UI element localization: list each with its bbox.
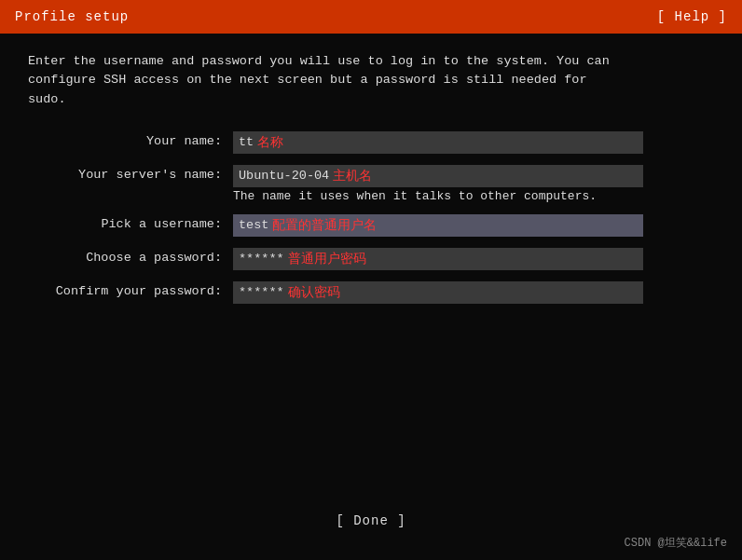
your-name-value: tt <box>233 132 254 152</box>
server-name-value: Ubuntu-20-04 <box>233 166 329 185</box>
confirm-password-annotation: 确认密码 <box>284 281 346 304</box>
username-annotation: 配置的普通用户名 <box>268 214 382 237</box>
bottom-bar: [ Done ] <box>0 510 742 532</box>
server-name-row: Your server's name: Ubuntu-20-04 主机名 The… <box>28 165 714 203</box>
username-value: test <box>233 215 268 235</box>
description-text: Enter the username and password you will… <box>28 52 714 109</box>
username-field-wrapper: test 配置的普通用户名 <box>233 214 714 237</box>
server-name-input-container[interactable]: Ubuntu-20-04 主机名 <box>233 165 643 187</box>
confirm-password-input-container[interactable]: ****** 确认密码 <box>233 281 643 304</box>
your-name-annotation: 名称 <box>254 131 289 154</box>
username-label: Pick a username: <box>28 214 233 231</box>
password-row: Choose a password: ****** 普通用户密码 <box>28 248 714 270</box>
profile-form: Your name: tt 名称 Your server's name: Ubu… <box>28 131 714 313</box>
main-content: Enter the username and password you will… <box>0 34 742 332</box>
your-name-field-wrapper: tt 名称 <box>233 131 714 154</box>
server-name-annotation: 主机名 <box>329 165 378 187</box>
help-button[interactable]: [ Help ] <box>657 9 727 24</box>
server-name-label: Your server's name: <box>28 165 233 182</box>
your-name-row: Your name: tt 名称 <box>28 131 714 154</box>
confirm-password-value: ****** <box>233 282 284 302</box>
password-input-container[interactable]: ****** 普通用户密码 <box>233 248 643 270</box>
password-label: Choose a password: <box>28 248 233 265</box>
server-name-hint: The name it uses when it talks to other … <box>233 189 714 203</box>
password-annotation: 普通用户密码 <box>284 248 372 270</box>
your-name-label: Your name: <box>28 131 233 148</box>
password-value: ****** <box>233 249 284 268</box>
watermark: CSDN @坦笑&&life <box>625 535 727 551</box>
confirm-password-field-wrapper: ****** 确认密码 <box>233 281 714 304</box>
password-field-wrapper: ****** 普通用户密码 <box>233 248 714 270</box>
username-row: Pick a username: test 配置的普通用户名 <box>28 214 714 237</box>
confirm-password-row: Confirm your password: ****** 确认密码 <box>28 281 714 304</box>
done-button[interactable]: [ Done ] <box>321 510 420 532</box>
your-name-input-container[interactable]: tt 名称 <box>233 131 643 154</box>
server-name-field-wrapper: Ubuntu-20-04 主机名 The name it uses when i… <box>233 165 714 203</box>
confirm-password-label: Confirm your password: <box>28 281 233 298</box>
title-bar: Profile setup [ Help ] <box>0 0 742 34</box>
username-input-container[interactable]: test 配置的普通用户名 <box>233 214 643 237</box>
title-bar-title: Profile setup <box>15 9 129 24</box>
